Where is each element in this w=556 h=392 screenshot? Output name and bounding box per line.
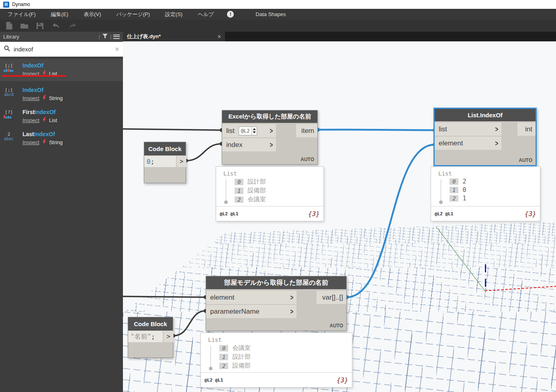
lacing-mode[interactable]: AUTO [300, 157, 314, 162]
clear-search-icon[interactable]: × [115, 46, 119, 53]
menu-edit[interactable]: 編集(E) [43, 9, 76, 20]
wire-to-excel-list[interactable] [123, 129, 222, 130]
lacing-level-spinner[interactable]: @L2 [239, 127, 258, 135]
node-title[interactable]: 部屋モデルから取得した部屋の名前 [206, 276, 346, 289]
red-annotation-underline [1, 75, 66, 77]
node-title[interactable]: List.IndexOf [435, 109, 536, 121]
menu-view[interactable]: 表示(V) [76, 9, 108, 20]
spinner-up-icon[interactable] [253, 128, 256, 130]
chevron-right-icon[interactable]: > [495, 125, 499, 133]
chevron-right-icon[interactable]: > [290, 293, 294, 302]
new-file-icon[interactable] [6, 22, 13, 30]
input-port-parametername[interactable]: parameterName > [206, 305, 296, 318]
code-block-editor[interactable]: 0; [144, 156, 176, 167]
node-type-icon: [;] abcd [0, 87, 18, 102]
search-input[interactable]: indexof [14, 46, 112, 53]
undo-icon[interactable] [51, 22, 61, 29]
lacing-mode[interactable]: AUTO [329, 323, 343, 329]
wire-item-to-list[interactable] [318, 130, 435, 130]
preview-footer: @L2 @L1 {3} [201, 372, 352, 387]
inspect-link[interactable]: Inspect [22, 139, 39, 145]
input-port-element[interactable]: element > [206, 291, 296, 304]
code-block-output-port[interactable]: > [164, 331, 174, 342]
library-search[interactable]: indexof × [0, 42, 123, 57]
chevron-right-icon[interactable]: > [270, 127, 273, 135]
chevron-right-icon[interactable]: > [290, 307, 294, 316]
menu-data-shapes[interactable]: Data Shapes [239, 9, 302, 20]
menu-packages[interactable]: パッケージ(P) [109, 9, 158, 20]
wire-code2-to-parametername[interactable] [173, 311, 206, 336]
tab-active[interactable]: 仕上げ表.dyn* × [123, 32, 225, 41]
code-block-editor[interactable]: "名前"; [128, 331, 163, 342]
open-folder-icon[interactable] [20, 22, 29, 29]
output-port-item[interactable]: item [296, 124, 317, 137]
lightning-icon [42, 95, 46, 102]
revit-logo-icon: R [3, 2, 9, 8]
chevron-right-icon[interactable]: > [270, 141, 273, 149]
node-title[interactable]: Excelから取得した部屋の名前 [222, 110, 317, 123]
menu-file[interactable]: ファイル(F) [0, 9, 43, 20]
node-excel-room-names[interactable]: Excelから取得した部屋の名前 list @L2 > index > item… [222, 110, 318, 165]
code-block-output-port[interactable]: > [177, 156, 186, 167]
library-item-lastindexof[interactable]: 2 abac LastIndexOf Inspect String [0, 128, 123, 150]
output-port-var[interactable]: var[]..[] [317, 291, 346, 304]
input-port-list[interactable]: list @L2 > [222, 124, 276, 137]
chevron-right-icon[interactable]: > [495, 139, 499, 147]
menu-help[interactable]: ヘルプ [190, 9, 221, 20]
app-title: Dynamo [12, 2, 30, 7]
workspace-canvas[interactable]: Excelから取得した部屋の名前 list @L2 > index > item… [123, 41, 556, 392]
wire-to-room-element[interactable] [123, 296, 206, 297]
spinner-down-icon[interactable] [253, 131, 256, 133]
lacing-mode[interactable]: AUTO [519, 157, 532, 163]
tab-close-icon[interactable]: × [218, 33, 221, 40]
node-title[interactable]: Code Block [144, 142, 186, 155]
node-code-block-name[interactable]: Code Block "名前"; > [128, 317, 173, 358]
inspect-link[interactable]: Inspect [22, 117, 39, 123]
save-icon[interactable] [36, 22, 44, 30]
library-layout-icon[interactable] [113, 35, 120, 39]
lightning-icon [42, 139, 46, 146]
filter-icon[interactable] [102, 33, 108, 40]
inspect-link[interactable]: Inspect [22, 95, 39, 101]
redo-icon[interactable] [68, 22, 78, 29]
node-list-indexof[interactable]: List.IndexOf list > element > int AUTO [433, 108, 537, 166]
preview-bubble-room[interactable]: List 0会議室 1設計部 2設備部 @L2 @L1 {3} [200, 333, 352, 388]
library-header: Library | | [0, 32, 123, 42]
input-port-index[interactable]: index > [222, 138, 276, 151]
input-port-list[interactable]: list > [435, 122, 501, 136]
wire-code1-to-index[interactable] [186, 144, 222, 161]
preview-bubble-excel[interactable]: List 0設計部 1設備部 2会議室 @L2 @L1 {3} [216, 166, 324, 221]
node-room-model-names[interactable]: 部屋モデルから取得した部屋の名前 element > parameterName… [206, 276, 347, 331]
preview-bubble-indexof[interactable]: List 02 10 21 @L2 @L1 {3} [431, 166, 540, 221]
output-port-int[interactable]: int [517, 122, 536, 136]
library-title: Library [3, 34, 19, 40]
wire-var-to-element[interactable] [347, 145, 435, 297]
menu-bar: ファイル(F) 編集(E) 表示(V) パッケージ(P) 設定(S) ヘルプ !… [0, 9, 556, 20]
library-item-firstindexof[interactable]: [?] FirstIndexOf Inspect List [0, 106, 123, 128]
library-item-indexof-string[interactable]: [;] abcd IndexOf Inspect String [0, 84, 123, 106]
preview-footer: @L2 @L1 {3} [431, 206, 540, 221]
toolbar [0, 20, 556, 32]
search-icon [4, 45, 10, 53]
lightning-icon [42, 117, 46, 124]
library-panel: Library | | indexof × [;] IndexOf Inspec… [0, 32, 123, 392]
menu-settings[interactable]: 設定(S) [157, 9, 190, 20]
node-type-icon: 2 abac [0, 131, 18, 146]
node-type-icon: [?] [0, 109, 18, 124]
preview-footer: @L2 @L1 {3} [216, 206, 323, 221]
title-bar: R Dynamo [0, 0, 556, 9]
node-code-block-zero[interactable]: Code Block 0; > [144, 142, 186, 183]
notifications-warning-icon[interactable]: ! [227, 11, 234, 18]
node-title[interactable]: Code Block [128, 317, 173, 331]
tab-label: 仕上げ表.dyn* [127, 33, 218, 40]
input-port-element[interactable]: element > [435, 137, 501, 150]
tab-strip: 仕上げ表.dyn* × [123, 32, 556, 41]
library-item-indexof-list[interactable]: [;] IndexOf Inspect List [0, 59, 123, 81]
